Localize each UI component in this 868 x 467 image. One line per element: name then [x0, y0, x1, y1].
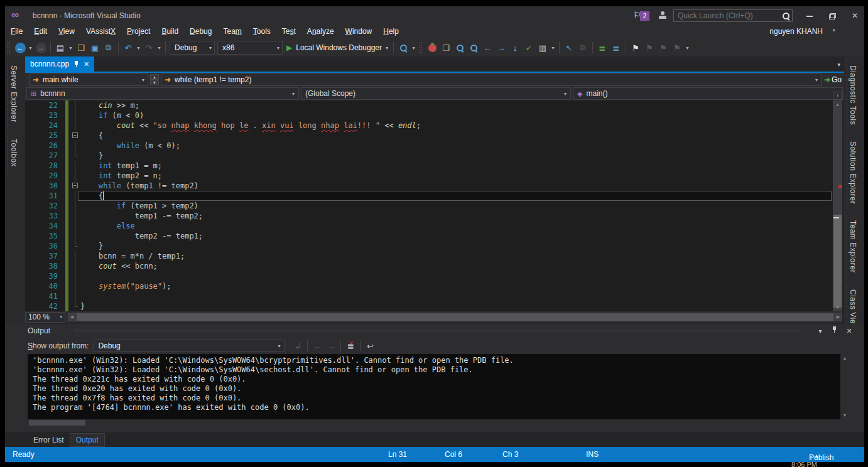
toggle-bookmark-icon[interactable]: ⚑ — [629, 41, 643, 55]
code-line-29[interactable]: 29 int temp2 = n; — [25, 171, 833, 181]
solution-configuration-combo-caret-icon[interactable]: ▾ — [209, 45, 212, 51]
output-source-dropdown[interactable]: Debug ▾ — [94, 340, 285, 352]
code-line-32[interactable]: 32 if (temp1 > temp2) — [25, 201, 833, 211]
panel-tab-error-list[interactable]: Error List — [28, 434, 70, 446]
code-line-27[interactable]: 27 } — [25, 151, 833, 161]
output-horizontal-scrollbar[interactable] — [28, 419, 840, 426]
comment-selection-icon[interactable]: ≣ — [595, 41, 609, 55]
zoom-caret-icon[interactable]: ▾ — [60, 314, 62, 319]
scope-dropdown[interactable]: (Global Scope) ▾ — [301, 87, 571, 100]
solution-configuration-combo[interactable]: Debug▾ — [170, 41, 215, 55]
nav-forward-icon[interactable]: → — [34, 41, 48, 55]
select-containing-block-icon[interactable]: ↖ — [562, 41, 576, 55]
fold-margin[interactable]: − — [72, 131, 79, 141]
scroll-down-icon[interactable]: ▼ — [833, 303, 842, 311]
previous-bookmark-icon[interactable]: ⚑ — [643, 41, 656, 55]
code-line-38[interactable]: 38 cout << bcnn; — [25, 261, 833, 271]
va-paste-icon[interactable]: ↓ — [508, 41, 522, 55]
start-debugging-caret-icon[interactable]: ▾ — [386, 45, 388, 51]
restore-button[interactable] — [823, 9, 842, 23]
collapse-region-icon[interactable]: − — [72, 132, 78, 138]
quick-launch-input[interactable] — [674, 10, 774, 21]
find-in-files-icon[interactable] — [396, 41, 410, 55]
menu-edit[interactable]: Edit — [28, 25, 53, 38]
code-line-41[interactable]: 41 — [25, 291, 833, 301]
code-line-30[interactable]: 30− while (temp1 != temp2) — [25, 181, 833, 191]
scroll-up-icon[interactable]: ▲ — [833, 100, 842, 109]
window-position-caret-icon[interactable]: ▾ — [814, 326, 827, 336]
nav-backward-icon[interactable]: ← — [13, 41, 27, 55]
clear-all-icon[interactable]: ≣✕ — [344, 339, 357, 353]
open-file-icon[interactable]: ❒ — [74, 41, 88, 55]
document-tab-bcnnnn-cpp[interactable]: bcnnnn.cpp ✕ — [25, 56, 94, 72]
va-open-corresponding-file-icon[interactable]: ❒ — [439, 41, 453, 55]
code-line-36[interactable]: 36 } — [25, 241, 833, 251]
project-caret-icon[interactable]: ▾ — [292, 91, 295, 97]
clear-bookmarks-icon[interactable]: ⚑ — [670, 41, 684, 55]
h-scrollbar-thumb[interactable] — [77, 313, 833, 321]
undo-caret[interactable]: ▾ — [135, 45, 142, 51]
code-line-28[interactable]: 28 int temp1 = m; — [25, 161, 833, 171]
project-dropdown[interactable]: ⊞ bcnnnn ▾ — [26, 87, 299, 100]
scrollbar-thumb[interactable] — [833, 215, 842, 308]
menu-test[interactable]: Test — [276, 25, 301, 38]
toolbar-overflow-caret[interactable]: ▾ — [410, 45, 417, 51]
tool-tab-team-explorer[interactable]: Team Explorer — [847, 215, 859, 278]
pin-tab-icon[interactable] — [73, 61, 79, 68]
save-icon[interactable]: ▣ — [88, 41, 102, 55]
panel-tab-output[interactable]: Output — [70, 433, 105, 447]
scroll-left-icon[interactable]: ◀ — [68, 313, 76, 321]
notification-count-badge[interactable]: 2 — [640, 11, 649, 21]
va-spell-check-icon[interactable]: ✓ — [522, 41, 536, 55]
close-panel-icon[interactable]: ✕ — [843, 326, 855, 336]
solution-platform-combo[interactable]: x86▾ — [217, 41, 283, 55]
va-next-scope-icon[interactable]: → — [494, 41, 508, 55]
document-list-caret-icon[interactable]: ▾ — [837, 62, 840, 68]
menu-file[interactable]: File — [5, 25, 28, 38]
code-line-39[interactable]: 39 — [25, 271, 833, 281]
vassistx-menu-icon[interactable] — [425, 41, 439, 55]
split-editor-handle[interactable]: ↕ — [833, 92, 842, 100]
scroll-up-icon[interactable]: ▲ — [840, 354, 849, 362]
new-file-caret[interactable]: ▾ — [67, 45, 74, 51]
redo-caret[interactable]: ▾ — [156, 45, 163, 51]
scroll-down-icon[interactable]: ▼ — [840, 411, 849, 419]
output-panel-header[interactable]: Output ▾ ✕ — [5, 324, 864, 338]
va-find-references-icon[interactable] — [453, 41, 467, 55]
feedback-icon[interactable] — [658, 11, 666, 19]
menu-tools[interactable]: Tools — [247, 25, 276, 38]
code-line-35[interactable]: 35 temp2 -= temp1; — [25, 231, 833, 241]
code-line-23[interactable]: 23 if (m < 0) — [25, 110, 833, 121]
va-previous-scope-icon[interactable]: ← — [480, 41, 494, 55]
code-line-25[interactable]: 25− { — [25, 131, 833, 141]
minimize-button[interactable] — [800, 9, 819, 23]
member-dropdown[interactable]: ◈ main() ▾ — [573, 87, 843, 100]
vax-go-button[interactable]: ➜ Go — [822, 75, 844, 84]
code-line-42[interactable]: 42} — [25, 301, 833, 311]
vax-context-dropdown[interactable]: ➜ while (temp1 != temp2) ▾ — [161, 73, 822, 86]
menu-window[interactable]: Window — [340, 25, 378, 38]
previous-message-icon[interactable]: ← — [310, 339, 324, 353]
code-editor[interactable]: 22 cin >> m;23 if (m < 0)24 cout << "so … — [25, 100, 833, 311]
menu-vassistx[interactable]: VAssistX — [80, 25, 121, 38]
editor-horizontal-scrollbar[interactable]: ◀ ▶ — [68, 313, 842, 321]
menu-help[interactable]: Help — [377, 25, 404, 38]
toolbar-grip[interactable] — [7, 41, 11, 54]
vax-scope-spinner[interactable]: ▲▼ — [150, 74, 159, 85]
editor-vertical-scrollbar[interactable]: ↕ ▲ ▼ — [833, 100, 842, 311]
output-source-caret-icon[interactable]: ▾ — [278, 343, 280, 349]
code-line-34[interactable]: 34 else — [25, 221, 833, 231]
fold-margin[interactable]: − — [72, 181, 79, 191]
start-debugging-button[interactable]: ▶Local Windows Debugger▾ — [284, 41, 391, 55]
goto-message-icon[interactable]: ↲ — [291, 339, 305, 353]
va-overflow-caret[interactable]: ▾ — [550, 45, 556, 51]
tool-tab-solution-explorer[interactable]: Solution Explorer — [847, 136, 859, 209]
code-line-37[interactable]: 37 bcnn = m*n / temp1; — [25, 251, 833, 261]
va-find-symbol-icon[interactable] — [467, 41, 480, 55]
va-refactor-icon[interactable]: ▥ — [536, 41, 550, 55]
code-line-40[interactable]: 40 system("pause"); — [25, 281, 833, 291]
scroll-right-icon[interactable]: ▶ — [834, 313, 842, 321]
menu-analyze[interactable]: Analyze — [301, 25, 340, 38]
code-line-31[interactable]: 31 { — [25, 191, 833, 201]
code-line-24[interactable]: 24 cout << "so nhap khong hop le . xin v… — [25, 121, 833, 131]
